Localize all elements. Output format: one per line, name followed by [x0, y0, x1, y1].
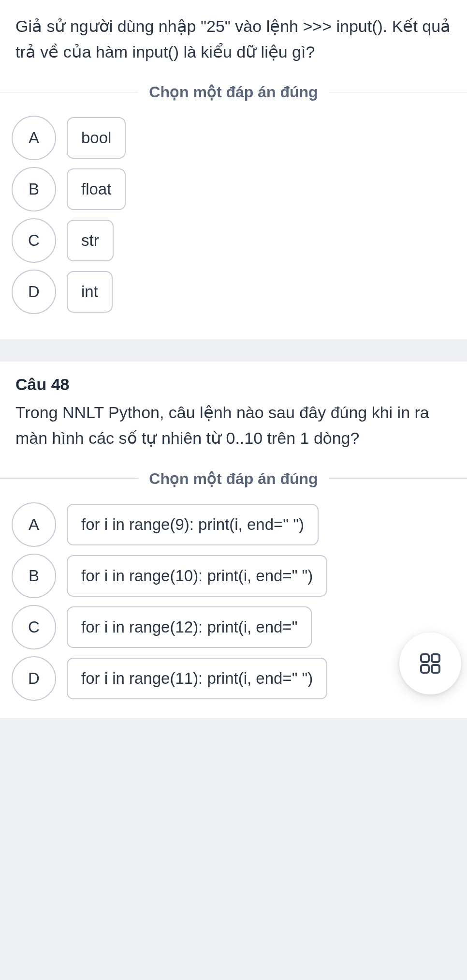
option-label: str	[67, 220, 114, 261]
question-card-1: Giả sử người dùng nhập "25" vào lệnh >>>…	[0, 0, 467, 339]
bottom-gap	[0, 718, 467, 721]
question-title: Câu 48	[0, 362, 467, 397]
option-c[interactable]: C for i in range(12): print(i, end="	[12, 605, 455, 649]
option-b[interactable]: B float	[12, 167, 455, 211]
option-label: float	[67, 168, 126, 210]
option-letter: A	[12, 502, 56, 547]
svg-rect-0	[421, 654, 429, 662]
grid-icon	[419, 652, 441, 675]
option-label: for i in range(11): print(i, end=" ")	[67, 658, 327, 699]
svg-rect-1	[432, 654, 439, 662]
option-letter: C	[12, 605, 56, 649]
instruction-divider: Chọn một đáp án đúng	[0, 469, 467, 488]
instruction-text: Chọn một đáp án đúng	[138, 469, 328, 488]
option-a[interactable]: A bool	[12, 116, 455, 160]
options-list: A bool B float C str D int	[0, 116, 467, 339]
option-letter: D	[12, 270, 56, 314]
option-letter: B	[12, 167, 56, 211]
divider-line	[0, 92, 138, 92]
option-d[interactable]: D int	[12, 270, 455, 314]
divider-line	[329, 478, 467, 479]
option-c[interactable]: C str	[12, 218, 455, 263]
question-text: Giả sử người dùng nhập "25" vào lệnh >>>…	[0, 0, 467, 74]
divider-line	[0, 478, 138, 479]
option-a[interactable]: A for i in range(9): print(i, end=" ")	[12, 502, 455, 547]
option-label: for i in range(9): print(i, end=" ")	[67, 504, 319, 545]
option-d[interactable]: D for i in range(11): print(i, end=" ")	[12, 656, 455, 701]
option-letter: B	[12, 554, 56, 598]
svg-rect-3	[432, 665, 439, 673]
card-gap	[0, 339, 467, 362]
option-b[interactable]: B for i in range(10): print(i, end=" ")	[12, 554, 455, 598]
options-list: A for i in range(9): print(i, end=" ") B…	[0, 502, 467, 718]
grid-fab-button[interactable]	[399, 633, 461, 694]
question-card-2: Câu 48 Trong NNLT Python, câu lệnh nào s…	[0, 362, 467, 718]
instruction-text: Chọn một đáp án đúng	[138, 83, 328, 101]
option-label: for i in range(12): print(i, end="	[67, 606, 312, 648]
option-letter: A	[12, 116, 56, 160]
question-text: Trong NNLT Python, câu lệnh nào sau đây …	[0, 397, 467, 460]
divider-line	[329, 92, 467, 92]
option-label: int	[67, 271, 113, 313]
option-letter: D	[12, 656, 56, 701]
instruction-divider: Chọn một đáp án đúng	[0, 83, 467, 101]
svg-rect-2	[421, 665, 429, 673]
option-label: bool	[67, 117, 126, 159]
option-letter: C	[12, 218, 56, 263]
option-label: for i in range(10): print(i, end=" ")	[67, 555, 327, 597]
